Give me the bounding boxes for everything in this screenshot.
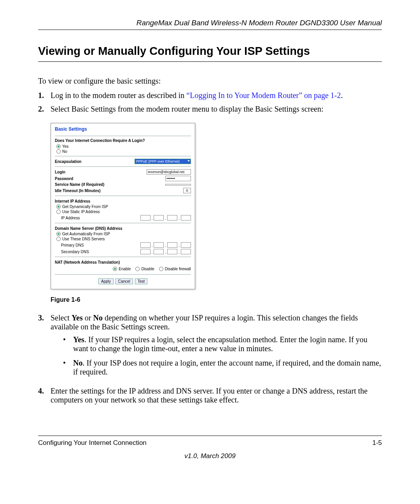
radio-icon <box>56 144 61 149</box>
dns-header: Domain Name Server (DNS) Address <box>55 226 191 231</box>
login-cross-ref-link[interactable]: “Logging In to Your Modem Router” on pag… <box>186 91 341 100</box>
step-1-text-post: . <box>341 91 343 100</box>
test-button[interactable]: Test <box>135 278 147 284</box>
radio-dns-auto[interactable]: Get Automatically From ISP <box>56 232 191 236</box>
cancel-button[interactable]: Cancel <box>116 278 133 284</box>
section-title: Viewing or Manually Configuring Your ISP… <box>38 45 382 62</box>
apply-button[interactable]: Apply <box>98 278 114 284</box>
step-1: 1. Log in to the modem router as describ… <box>38 91 382 100</box>
password-label: Password <box>55 177 73 181</box>
radio-no-label: No <box>62 149 67 154</box>
service-name-input[interactable] <box>165 184 191 186</box>
secondary-dns-label: Secondary DNS <box>55 250 89 254</box>
radio-ip-static[interactable]: Use Static IP Address <box>56 210 191 214</box>
step-4-text: Enter the settings for the IP address an… <box>51 387 382 404</box>
radio-icon <box>113 267 117 271</box>
radio-ip-static-label: Use Static IP Address <box>62 210 100 214</box>
radio-nat-enable[interactable]: Enable <box>113 267 131 271</box>
radio-icon <box>135 267 140 271</box>
step-number: 2. <box>38 105 51 114</box>
encapsulation-select[interactable]: PPPoE (PPP over Ethernet) <box>135 159 191 164</box>
radio-no[interactable]: No <box>56 149 191 154</box>
ip-address-label: IP Address <box>55 216 80 220</box>
footer-chapter: Configuring Your Internet Connection <box>38 439 147 447</box>
radio-icon <box>159 267 163 271</box>
radio-icon <box>56 237 61 241</box>
radio-dns-use[interactable]: Use These DNS Servers <box>56 237 191 241</box>
bullet-no: • No. If your ISP does not require a log… <box>63 359 382 376</box>
idle-timeout-label: Idle Timeout (In Minutes) <box>55 189 101 193</box>
figure-screenshot: Basic Settings Does Your Internet Connec… <box>51 123 382 289</box>
panel-title: Basic Settings <box>55 126 191 132</box>
nat-enable-label: Enable <box>119 267 131 271</box>
step-number: 4. <box>38 387 51 404</box>
service-name-label: Service Name (if Required) <box>55 182 104 187</box>
step-2: 2. Select Basic Settings from the modem … <box>38 105 382 114</box>
login-label: Login <box>55 170 65 174</box>
login-input[interactable]: snomon@sbcglobal.net <box>147 169 191 175</box>
radio-icon <box>56 205 61 209</box>
footer-page-number: 1-5 <box>372 439 382 447</box>
primary-dns-label: Primary DNS <box>55 243 84 247</box>
radio-nat-disable-firewall[interactable]: Disable firewall <box>159 267 191 271</box>
step-3: 3. Select Yes or No depending on whether… <box>38 313 382 382</box>
page-header: RangeMax Dual Band Wireless-N Modem Rout… <box>38 19 382 30</box>
radio-icon <box>56 232 61 236</box>
login-required-question: Does Your Internet Connection Require A … <box>55 138 191 143</box>
ip-address-input[interactable]: ... <box>140 215 191 220</box>
internet-ip-header: Internet IP Address <box>55 199 191 203</box>
nat-header: NAT (Network Address Translation) <box>55 260 191 264</box>
radio-ip-dynamic[interactable]: Get Dynamically From ISP <box>56 205 191 209</box>
radio-nat-disable[interactable]: Disable <box>135 267 154 271</box>
step-number: 1. <box>38 91 51 100</box>
nat-disable-label: Disable <box>141 267 154 271</box>
bullet-yes: • Yes. If your ISP requires a login, sel… <box>63 335 382 353</box>
idle-timeout-input[interactable]: 0 <box>183 188 191 193</box>
radio-yes-label: Yes <box>62 144 68 149</box>
radio-icon <box>56 210 61 214</box>
step-4: 4. Enter the settings for the IP address… <box>38 387 382 404</box>
primary-dns-input[interactable]: ... <box>140 242 191 248</box>
step-number: 3. <box>38 313 51 382</box>
radio-dns-use-label: Use These DNS Servers <box>62 237 105 241</box>
nat-disable-fw-label: Disable firewall <box>165 267 191 271</box>
step-2-text: Select Basic Settings from the modem rou… <box>51 105 324 114</box>
radio-dns-auto-label: Get Automatically From ISP <box>62 232 110 236</box>
password-input[interactable]: ••••••• <box>165 176 191 181</box>
footer-version: v1.0, March 2009 <box>38 452 382 460</box>
radio-icon <box>56 149 61 154</box>
intro-text: To view or configure the basic settings: <box>38 77 382 86</box>
radio-yes[interactable]: Yes <box>56 144 191 149</box>
step-1-text-pre: Log in to the modem router as described … <box>51 91 186 100</box>
radio-ip-dynamic-label: Get Dynamically From ISP <box>62 205 108 209</box>
encapsulation-label: Encapsulation <box>55 159 81 164</box>
secondary-dns-input[interactable]: ... <box>140 249 191 254</box>
figure-caption: Figure 1-6 <box>51 296 382 303</box>
